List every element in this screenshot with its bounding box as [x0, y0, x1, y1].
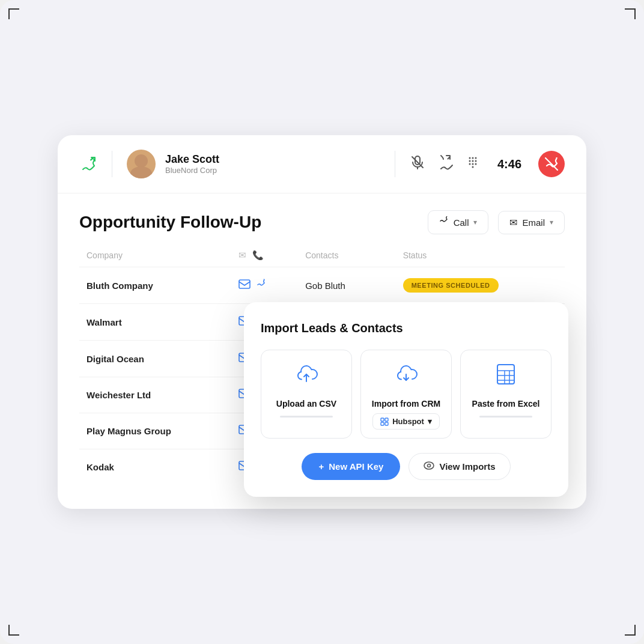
company-cell: Digital Ocean: [79, 341, 231, 377]
svg-point-9: [469, 163, 470, 165]
call-button[interactable]: Call ▾: [428, 210, 489, 234]
corner-br: [625, 625, 636, 636]
table-header: Company ✉ 📞 Contacts Status: [79, 244, 565, 267]
spreadsheet-icon: [493, 361, 519, 393]
company-cell: Walmart: [79, 304, 231, 341]
corner-bl: [8, 625, 19, 636]
page-title: Opportunity Follow-Up: [79, 213, 418, 232]
email-icon[interactable]: [238, 279, 251, 292]
contact-info: Jake Scott BlueNord Corp: [165, 153, 380, 175]
paste-excel-label: Paste from Excel: [472, 399, 540, 409]
actions-cell: [231, 267, 298, 304]
hubspot-chevron: ▾: [428, 417, 432, 426]
import-modal: Import Leads & Contacts Upload an CSV: [244, 302, 568, 497]
svg-point-32: [424, 462, 434, 469]
svg-point-6: [469, 160, 470, 162]
outgoing-call-icon: [79, 155, 97, 173]
status-cell: MEETING SCHEDULED: [396, 267, 565, 304]
company-cell: Weichester Ltd: [79, 377, 231, 413]
hubspot-dropdown[interactable]: Hubspot ▾: [372, 413, 440, 430]
screen: Jake Scott BlueNord Corp: [0, 0, 644, 644]
company-cell: Play Magnus Group: [79, 413, 231, 449]
hubspot-label: Hubspot: [392, 417, 424, 426]
svg-point-4: [472, 157, 473, 159]
import-options: Upload an CSV Import from CRM: [261, 350, 551, 439]
call-timer: 4:46: [497, 157, 521, 171]
page-header: Opportunity Follow-Up Call ▾ ✉ Email ▾: [58, 193, 586, 244]
upload-csv-label: Upload an CSV: [276, 399, 336, 409]
eye-icon: [424, 461, 434, 472]
email-btn-label: Email: [522, 217, 545, 228]
company-cell: Bluth Company: [79, 267, 231, 304]
dialpad-icon[interactable]: [465, 154, 481, 174]
th-contacts: Contacts: [298, 244, 395, 267]
svg-rect-23: [385, 418, 388, 421]
import-crm-option[interactable]: Import from CRM Hubspot ▾: [360, 350, 452, 439]
table-row: Bluth Company Gob Bluth: [79, 267, 565, 304]
call-btn-chevron: ▾: [473, 218, 477, 226]
contact-cell: Gob Bluth: [298, 267, 395, 304]
paste-excel-line: [479, 416, 532, 418]
main-card: Jake Scott BlueNord Corp: [58, 135, 586, 509]
upload-cloud-icon: [293, 361, 320, 393]
call-btn-label: Call: [454, 217, 469, 228]
import-footer: + New API Key View Imports: [261, 453, 551, 480]
svg-rect-14: [239, 280, 250, 288]
import-modal-title: Import Leads & Contacts: [261, 321, 551, 335]
call-btn-icon: [439, 216, 449, 228]
contact-company: BlueNord Corp: [165, 166, 380, 175]
contact-name: Jake Scott: [165, 153, 380, 166]
mute-icon[interactable]: [410, 154, 425, 174]
th-company: Company: [79, 244, 231, 267]
svg-point-3: [469, 157, 470, 159]
view-imports-label: View Imports: [439, 461, 495, 472]
svg-point-33: [428, 464, 431, 467]
th-email-icon: ✉: [238, 250, 246, 261]
import-crm-label: Import from CRM: [372, 399, 440, 409]
svg-rect-22: [381, 418, 384, 421]
paste-excel-option[interactable]: Paste from Excel: [460, 350, 551, 439]
svg-point-12: [472, 166, 473, 168]
email-btn-chevron: ▾: [550, 218, 553, 226]
svg-rect-25: [385, 422, 388, 425]
upload-csv-option[interactable]: Upload an CSV: [261, 350, 352, 439]
svg-point-11: [475, 163, 476, 165]
email-button[interactable]: ✉ Email ▾: [498, 211, 565, 234]
new-api-key-button[interactable]: + New API Key: [302, 453, 400, 480]
call-controls: 4:46: [410, 151, 565, 177]
svg-point-7: [472, 160, 473, 162]
contact-avatar: [127, 150, 156, 178]
svg-rect-24: [381, 422, 384, 425]
svg-rect-26: [497, 365, 514, 384]
download-cloud-icon: [393, 361, 419, 393]
svg-point-5: [475, 157, 476, 159]
email-btn-icon: ✉: [509, 217, 517, 228]
svg-point-8: [475, 160, 476, 162]
status-badge: MEETING SCHEDULED: [403, 278, 499, 293]
call-bar-divider2: [395, 151, 395, 177]
th-actions: ✉ 📞: [231, 244, 298, 267]
th-phone-icon: 📞: [252, 250, 264, 261]
end-call-button[interactable]: [538, 151, 565, 177]
corner-tl: [8, 8, 19, 19]
call-bar: Jake Scott BlueNord Corp: [58, 135, 586, 193]
plus-icon: +: [318, 461, 324, 472]
call-bar-divider: [112, 151, 112, 177]
th-status: Status: [396, 244, 565, 267]
new-api-key-label: New API Key: [329, 461, 383, 472]
corner-tr: [625, 8, 636, 19]
company-cell: Kodak: [79, 449, 231, 485]
transfer-icon[interactable]: [437, 154, 453, 174]
upload-csv-line: [280, 416, 333, 418]
view-imports-button[interactable]: View Imports: [409, 453, 510, 480]
svg-point-10: [472, 163, 473, 165]
phone-icon[interactable]: [257, 279, 267, 293]
